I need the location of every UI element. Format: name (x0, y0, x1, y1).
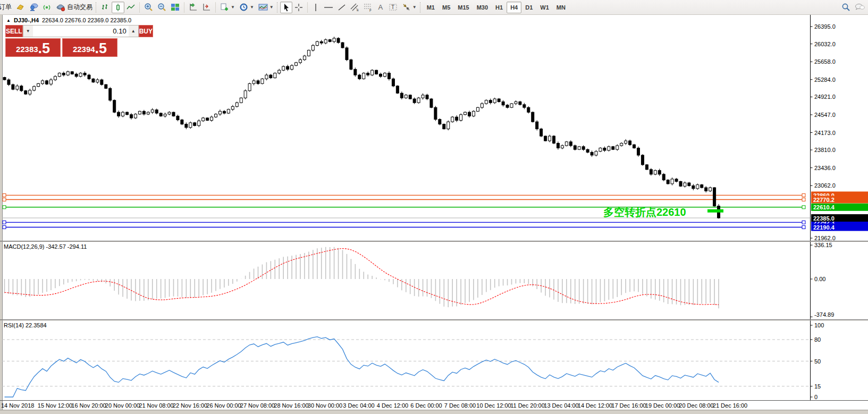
time-axis-label: 4 Dec 12:00 (377, 402, 408, 409)
svg-text:24921.0: 24921.0 (814, 94, 836, 100)
fibonacci-icon: F (364, 3, 373, 12)
time-axis-label: 17 Dec 16:00 (611, 402, 646, 409)
equidistant-channel-icon: E (350, 3, 359, 12)
trendline-icon (338, 3, 346, 12)
time-axis-label: 20 Dec 08:00 (679, 402, 713, 409)
zoom-in-button[interactable] (142, 2, 155, 13)
line-chart-button[interactable] (124, 2, 137, 13)
auto-scroll-button[interactable] (187, 2, 200, 13)
timeframe-group: M1M5M15M30H1H4D1W1MN (423, 2, 569, 13)
time-axis-label: 11 Dec 20:00 (510, 402, 545, 409)
text-label-button[interactable]: T (386, 2, 400, 13)
timeframe-mn[interactable]: MN (553, 2, 569, 13)
text-label-icon: T (389, 3, 398, 12)
toolbar-grip (277, 2, 279, 13)
new-order-label: 订单 (0, 3, 12, 12)
trendline-button[interactable] (335, 2, 348, 13)
crosshair-icon (294, 3, 303, 12)
templates-button[interactable]: ▼ (256, 2, 276, 13)
mql-editor-button[interactable] (14, 2, 27, 13)
svg-text:24547.0: 24547.0 (814, 112, 836, 118)
svg-text:23436.0: 23436.0 (814, 165, 836, 171)
cursor-button[interactable] (280, 2, 292, 13)
templates-icon (258, 3, 268, 12)
time-axis-label: 26 Nov 00:00 (206, 402, 241, 409)
new-order-button[interactable]: 订单 (0, 2, 14, 13)
time-axis-label: 16 Nov 20:00 (71, 402, 106, 409)
fibonacci-button[interactable]: F (361, 2, 375, 13)
svg-text:100: 100 (814, 322, 824, 328)
svg-text:26395.0: 26395.0 (814, 23, 836, 30)
clock-icon (239, 3, 248, 12)
turning-point-annotation: 多空转折点22610 (603, 206, 686, 218)
autotrading-button[interactable]: 自动交易 (54, 2, 95, 13)
bar-chart-button[interactable] (99, 2, 112, 13)
chart-shift-button[interactable] (200, 2, 213, 13)
timeframe-m5[interactable]: M5 (439, 2, 454, 13)
svg-text:50: 50 (814, 358, 821, 365)
window-bottom-edge (0, 410, 868, 414)
svg-text:0.00: 0.00 (814, 276, 825, 282)
crosshair-button[interactable] (292, 2, 305, 13)
time-axis-label: 22 Nov 16:00 (173, 402, 207, 409)
main-chart[interactable]: 26395.026032.025658.025284.024921.024547… (0, 15, 868, 242)
zoom-out-button[interactable] (155, 2, 168, 13)
toolbar-separator (215, 2, 216, 13)
community-icon (29, 3, 38, 12)
timeframe-h1[interactable]: H1 (492, 2, 507, 13)
line-chart-icon (127, 3, 135, 12)
arrows-button[interactable]: ▼ (400, 2, 419, 13)
arrows-caret: ▼ (412, 5, 417, 10)
toolbar-grip (96, 2, 97, 13)
time-axis-label: 19 Dec 00:00 (645, 402, 680, 409)
vertical-line-icon (312, 3, 319, 12)
timeframe-m30[interactable]: M30 (473, 2, 492, 13)
rsi-pane[interactable]: 1008050150 (0, 320, 868, 400)
signals-icon (43, 3, 52, 12)
time-axis-label: 20 Nov 00:00 (105, 402, 140, 409)
toolbar-separator (139, 2, 140, 13)
time-axis-label: 13 Dec 04:00 (544, 402, 578, 409)
timeframe-d1[interactable]: D1 (521, 2, 536, 13)
toolbar-separator (307, 2, 308, 13)
svg-text:23062.0: 23062.0 (814, 182, 836, 189)
svg-text:26032.0: 26032.0 (814, 41, 836, 47)
toolbar: 订单 自动交易 (0, 0, 868, 15)
chat-button[interactable] (853, 2, 867, 13)
svg-text:-374.89: -374.89 (814, 311, 834, 318)
bar-chart-icon (101, 3, 109, 12)
signals-button[interactable] (40, 2, 54, 13)
candlestick-chart-button[interactable] (112, 2, 124, 13)
toolbar-grip (420, 2, 422, 13)
svg-text:22770.2: 22770.2 (813, 197, 835, 203)
time-axis-label: 15 Nov 12:00 (38, 402, 72, 409)
periods-button[interactable]: ▼ (237, 2, 256, 13)
timeframe-h4[interactable]: H4 (507, 2, 521, 13)
vertical-line-button[interactable] (310, 2, 322, 13)
timeframe-m1[interactable]: M1 (423, 2, 439, 13)
text-button[interactable]: A (375, 2, 386, 13)
mt4-terminal-window: 订单 自动交易 (0, 0, 868, 414)
community-button[interactable] (27, 2, 40, 13)
equidistant-channel-button[interactable]: E (348, 2, 361, 13)
svg-text:F: F (369, 9, 372, 12)
svg-text:24173.0: 24173.0 (814, 130, 836, 136)
svg-text:0: 0 (814, 394, 818, 400)
macd-pane[interactable]: 336.150.00-374.89 (0, 242, 868, 319)
horizontal-line-button[interactable] (322, 2, 335, 13)
time-axis[interactable]: 14 Nov 201815 Nov 12:0016 Nov 20:0020 No… (0, 400, 868, 409)
new-chart-button[interactable]: ▼ (218, 2, 237, 13)
time-axis-label: 3 Dec 04:00 (343, 402, 374, 409)
time-axis-label: 28 Nov 16:00 (274, 402, 308, 409)
svg-text:T: T (391, 4, 394, 10)
tile-windows-button[interactable] (168, 2, 182, 13)
svg-text:336.15: 336.15 (814, 242, 832, 248)
timeframe-m15[interactable]: M15 (454, 2, 473, 13)
search-button[interactable] (839, 2, 853, 13)
chart-shift-icon (202, 3, 211, 12)
time-axis-label: 10 Dec 12:00 (476, 402, 511, 409)
timeframe-w1[interactable]: W1 (536, 2, 553, 13)
time-axis-label: 21 Nov 08:00 (139, 402, 173, 409)
svg-text:E: E (357, 9, 359, 12)
svg-text:22610.4: 22610.4 (813, 204, 835, 210)
